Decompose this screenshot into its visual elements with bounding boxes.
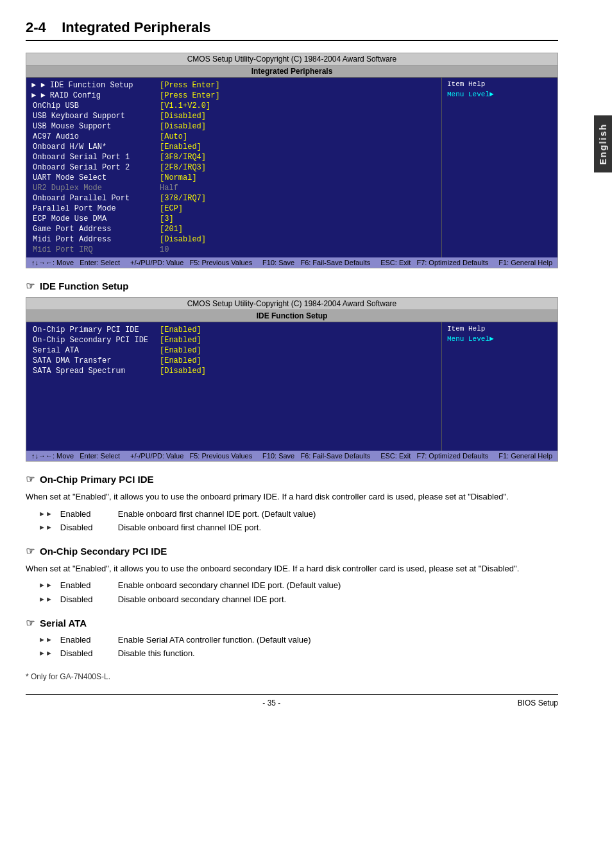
bullet-desc: Disable onboard first channel IDE port. [118,522,558,534]
bios-footer-save: F10: Save F6: Fail-Save Defaults [262,259,370,266]
bios-row-1: ► RAID Config[Press Enter] [31,91,436,101]
page-number: - 35 - [26,699,518,707]
bios-row-9: UART Mode Select[Normal] [31,173,436,183]
ide-bios-row-label-0: On-Chip Primary PCI IDE [31,326,160,334]
bios-row-label-16: Midi Port IRQ [31,245,160,254]
bios-footer-2-save: F10: Save F6: Fail-Save Defaults [262,452,370,460]
bios-subheader-1: Integrated Peripherals [26,65,557,78]
bios-footer-help: F1: General Help [498,259,552,266]
bios-row-12: Parallel Port Mode[ECP] [31,204,436,214]
bullet-label: Enabled [60,634,118,646]
serial-ata-title: Serial ATA [40,618,87,629]
bios-row-11: Onboard Parallel Port[378/IRQ7] [31,193,436,204]
ide-bios-row-value-3: [Enabled] [160,356,436,365]
bios-footer-2-nav: ↑↓→←: Move Enter: Select [31,452,120,460]
primary-pci-title: On-Chip Primary PCI IDE [40,474,154,485]
bios-row-value-16: 10 [160,245,436,254]
bios-row-15: Midi Port Address[Disabled] [31,234,436,245]
bios-row-label-10: UR2 Duplex Mode [31,184,160,193]
ide-function-heading: ☞ IDE Function Setup [26,280,558,292]
bios-row-label-15: Midi Port Address [31,235,160,244]
footer-move: ↑↓→←: Move [31,259,74,266]
bios-row-label-8: Onboard Serial Port 2 [31,163,160,172]
footer-f7: F7: Optimized Defaults [416,259,488,266]
footer2-move: ↑↓→←: Move [31,452,74,460]
ide-function-title: IDE Function Setup [40,281,128,291]
bios-row-value-10: Half [160,184,436,193]
bios-row-3: USB Keyboard Support[Disabled] [31,111,436,121]
bios-row-14: Game Port Address[201] [31,224,436,234]
bios-row-2: OnChip USB[V1.1+V2.0] [31,101,436,111]
footer-prev: F5: Previous Values [190,259,253,266]
bios-row-value-6: [Enabled] [160,143,436,152]
primary-arrow-icon: ☞ [26,473,35,485]
bullet-desc: Enable onboard secondary channel IDE por… [118,580,558,591]
footer-f1: F1: General Help [498,259,552,266]
bios-left-panel-2: On-Chip Primary PCI IDE[Enabled] On-Chip… [26,322,442,451]
serial-ata-heading: ☞ Serial ATA [26,617,558,629]
footer2-f7: F7: Optimized Defaults [416,452,488,460]
bios-footer-2-help: F1: General Help [498,452,552,460]
ide-bios-row-label-4: SATA Spread Spectrum [31,367,160,376]
bios-row-4: USB Mouse Support[Disabled] [31,121,436,132]
page-footer-label: BIOS Setup [518,699,558,707]
bullet-desc: Enable Serial ATA controller function. (… [118,634,558,646]
bullet-arrow: ►► [38,634,53,646]
footer2-esc: ESC: Exit [380,452,411,460]
bullet-item: ►► Enabled Enable onboard secondary chan… [38,580,558,591]
bios-header-2: CMOS Setup Utility-Copyright (C) 1984-20… [26,298,557,310]
bios-row-value-4: [Disabled] [160,122,436,131]
bios-row-label-3: USB Keyboard Support [31,112,160,121]
bios-row-label-14: Game Port Address [31,225,160,234]
bullet-desc: Disable onboard secondary channel IDE po… [118,594,558,605]
bios-footer-2-value: +/-/PU/PD: Value F5: Previous Values [130,452,252,460]
bios-subheader-2: IDE Function Setup [26,310,557,322]
bios-body-1: ► IDE Function Setup[Press Enter]► RAID … [26,78,557,257]
bios-row-label-2: OnChip USB [31,101,160,110]
primary-pci-bullets: ►► Enabled Enable onboard first channel … [38,508,558,534]
footer2-f6: F6: Fail-Save Defaults [300,452,370,460]
bios-footer-value: +/-/PU/PD: Value F5: Previous Values [130,259,252,266]
bios-row-value-3: [Disabled] [160,112,436,121]
ide-bios-row-0: On-Chip Primary PCI IDE[Enabled] [31,325,436,335]
bios-row-10: UR2 Duplex ModeHalf [31,183,436,193]
bios-row-label-6: Onboard H/W LAN* [31,143,160,152]
bios-row-value-5: [Auto] [160,132,436,141]
primary-pci-heading: ☞ On-Chip Primary PCI IDE [26,473,558,485]
bullet-item: ►► Enabled Enable Serial ATA controller … [38,634,558,646]
bullet-item: ►► Disabled Disable onboard secondary ch… [38,594,558,605]
bullet-item: ►► Disabled Disable this function. [38,648,558,659]
bullet-item: ►► Enabled Enable onboard first channel … [38,508,558,520]
footer-select: Enter: Select [80,259,120,266]
bios-row-5: AC97 Audio[Auto] [31,132,436,142]
bullet-arrow: ►► [38,522,53,534]
bios-row-value-9: [Normal] [160,173,436,182]
bios-row-0: ► IDE Function Setup[Press Enter] [31,80,436,91]
bios-row-7: Onboard Serial Port 1[3F8/IRQ4] [31,152,436,162]
bios-footer-2-esc: ESC: Exit F7: Optimized Defaults [380,452,488,460]
ide-bios-row-value-2: [Enabled] [160,346,436,355]
ide-bios-row-label-1: On-Chip Secondary PCI IDE [31,336,160,345]
ide-arrow-icon: ☞ [26,280,35,292]
bios-row-label-7: Onboard Serial Port 1 [31,153,160,162]
bullet-label: Disabled [60,594,118,605]
bullet-label: Enabled [60,508,118,520]
footer-f6: F6: Fail-Save Defaults [300,259,370,266]
bullet-item: ►► Disabled Disable onboard first channe… [38,522,558,534]
secondary-pci-title: On-Chip Secondary PCI IDE [40,546,167,557]
ide-bios-row-label-2: Serial ATA [31,346,160,355]
serial-ata-bullets: ►► Enabled Enable Serial ATA controller … [38,634,558,659]
bios-footer-2: ↑↓→←: Move Enter: Select +/-/PU/PD: Valu… [26,451,557,461]
bios-row-value-12: [ECP] [160,204,436,213]
secondary-pci-heading: ☞ On-Chip Secondary PCI IDE [26,545,558,557]
bios-footer-1: ↑↓→←: Move Enter: Select +/-/PU/PD: Valu… [26,257,557,268]
bios-row-label-5: AC97 Audio [31,132,160,141]
serial-arrow-icon: ☞ [26,617,35,629]
bullet-label: Enabled [60,580,118,591]
ide-bios-row-value-1: [Enabled] [160,336,436,345]
secondary-pci-desc: When set at "Enabled", it allows you to … [26,562,558,575]
side-tab: English [594,116,612,173]
footer2-value: +/-/PU/PD: Value [130,452,183,460]
bios-row-value-14: [201] [160,225,436,234]
bullet-arrow: ►► [38,580,53,591]
